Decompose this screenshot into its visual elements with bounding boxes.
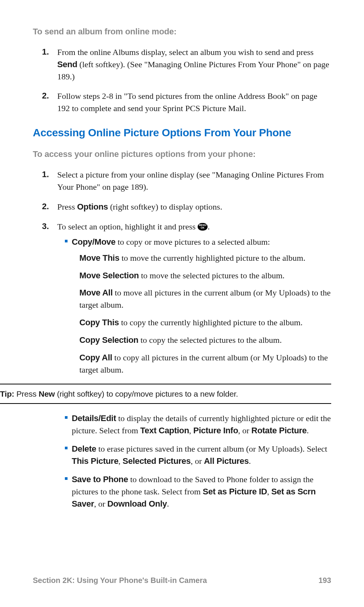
bullet-text: Save to Phone to download to the Saved t… [72, 473, 331, 510]
bold: Copy All [79, 353, 112, 362]
bold-save-to-phone: Save to Phone [72, 475, 128, 484]
tip-block: Tip: Press New (right softkey) to copy/m… [0, 384, 331, 404]
page-footer: Section 2K: Using Your Phone's Built-in … [33, 575, 331, 586]
bold-all-pictures: All Pictures [204, 456, 248, 466]
manual-page: To send an album from online mode: 1. Fr… [0, 0, 364, 607]
bold: Move All [79, 288, 113, 297]
text: to erase pictures saved in the current a… [96, 444, 327, 454]
text: . [307, 426, 309, 435]
step-text: Press Options (right softkey) to display… [57, 201, 331, 213]
step-text: Select a picture from your online displa… [57, 169, 331, 193]
footer-page-number: 193 [319, 575, 331, 586]
bold-rotate-picture: Rotate Picture [251, 426, 307, 435]
subhead-send-album: To send an album from online mode: [33, 26, 331, 38]
text: , [189, 426, 193, 435]
text: , [118, 456, 122, 466]
sub-copy-this: Copy This to copy the currently highligh… [79, 316, 331, 329]
text: , or [238, 426, 251, 435]
tip-label: Tip: [0, 389, 14, 398]
option-bullets-bottom: Details/Edit to display the details of c… [57, 412, 331, 510]
text: , or [94, 499, 107, 509]
bullet-text: Details/Edit to display the details of c… [72, 412, 331, 437]
text: . [249, 456, 251, 466]
bold-options: Options [77, 202, 108, 211]
option-bullets-top: Copy/Move to copy or move pictures to a … [57, 236, 331, 376]
step-number: 3. [42, 221, 49, 232]
bullet-delete: Delete to erase pictures saved in the cu… [72, 443, 331, 467]
bullet-details-edit: Details/Edit to display the details of c… [72, 412, 331, 437]
text: (left softkey). (See "Managing Online Pi… [57, 60, 329, 81]
text: to copy all pictures in the current albu… [79, 353, 328, 375]
step-number: 1. [42, 169, 49, 181]
text: (right softkey) to display options. [108, 202, 222, 211]
text: to copy or move pictures to a selected a… [116, 237, 270, 247]
bold-copy-move: Copy/Move [72, 237, 116, 247]
bold-selected-pictures: Selected Pictures [122, 456, 190, 466]
step-3: 3. To select an option, highlight it and… [57, 221, 331, 376]
text: (right softkey) to copy/move pictures to… [55, 389, 238, 398]
sub-move-selection: Move Selection to move the selected pict… [79, 270, 331, 282]
text: . [167, 499, 169, 509]
text: To select an option, highlight it and pr… [57, 222, 198, 231]
bold-details-edit: Details/Edit [72, 413, 116, 423]
bold: Copy This [79, 318, 119, 327]
sub-move-all: Move All to move all pictures in the cur… [79, 287, 331, 311]
footer-section: Section 2K: Using Your Phone's Built-in … [33, 575, 207, 586]
tip-text: Tip: Press New (right softkey) to copy/m… [0, 388, 331, 399]
subhead-access-options: To access your online pictures options f… [33, 149, 331, 160]
section-title: Accessing Online Picture Options From Yo… [33, 125, 331, 140]
bold-picture-info: Picture Info [193, 426, 238, 435]
step-2: 2. Press Options (right softkey) to disp… [57, 201, 331, 213]
text: , [267, 487, 271, 496]
text: From the online Albums display, select a… [57, 47, 314, 57]
text: to copy the selected pictures to the alb… [139, 335, 282, 345]
bold-download-only: Download Only [107, 499, 167, 509]
text: to move the selected pictures to the alb… [139, 271, 285, 280]
bold-set-picture-id: Set as Picture ID [203, 487, 267, 496]
text: Press [14, 389, 39, 398]
bold-this-picture: This Picture [72, 456, 118, 466]
sub-copy-selection: Copy Selection to copy the selected pict… [79, 334, 331, 346]
step-1: 1. From the online Albums display, selec… [57, 46, 331, 83]
text: Press [57, 202, 77, 211]
step-number: 2. [42, 90, 49, 102]
step-text: Follow steps 2-8 in "To send pictures fr… [57, 90, 331, 115]
step-number: 1. [42, 46, 49, 58]
bold-delete: Delete [72, 444, 96, 454]
bold: Copy Selection [79, 335, 139, 345]
bullet-text: Copy/Move to copy or move pictures to a … [72, 236, 331, 248]
bullet-text: Delete to erase pictures saved in the cu… [72, 443, 331, 467]
menu-ok-key-icon: MENUOK [198, 223, 208, 231]
text: to copy the currently highlighted pictur… [119, 318, 303, 327]
sub-move-this: Move This to move the currently highligh… [79, 252, 331, 264]
step-number: 2. [42, 201, 49, 213]
sub-copy-all: Copy All to copy all pictures in the cur… [79, 352, 331, 376]
text: , or [191, 456, 204, 466]
bold-new: New [39, 389, 55, 398]
bold: Move Selection [79, 271, 139, 280]
sub-options: Move This to move the currently highligh… [72, 252, 331, 376]
bold-send: Send [57, 60, 77, 69]
steps-send-album: 1. From the online Albums display, selec… [33, 46, 331, 115]
text: to move the currently highlighted pictur… [119, 253, 306, 263]
text: to move all pictures in the current albu… [79, 288, 331, 310]
step-text: From the online Albums display, select a… [57, 46, 331, 83]
step-1: 1. Select a picture from your online dis… [57, 169, 331, 193]
bullet-copy-move: Copy/Move to copy or move pictures to a … [72, 236, 331, 376]
step-text: To select an option, highlight it and pr… [57, 221, 331, 233]
step-2: 2. Follow steps 2-8 in "To send pictures… [57, 90, 331, 115]
key-bot: OK [201, 226, 205, 229]
bold-text-caption: Text Caption [140, 426, 189, 435]
text: . [208, 222, 210, 231]
bullet-save-to-phone: Save to Phone to download to the Saved t… [72, 473, 331, 510]
bold: Move This [79, 253, 119, 263]
steps-access-options: 1. Select a picture from your online dis… [33, 169, 331, 376]
